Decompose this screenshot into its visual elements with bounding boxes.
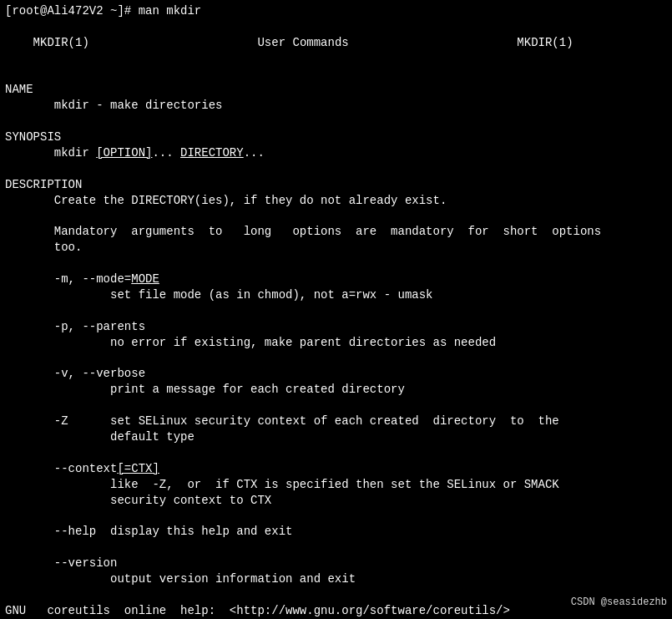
blank1 (5, 67, 667, 83)
terminal-window: [root@Ali472V2 ~]# man mkdir MKDIR(1) Us… (5, 3, 667, 616)
header-left: MKDIR(1) (33, 36, 89, 49)
name-section-header: NAME (5, 82, 667, 98)
synopsis-section-header: SYNOPSIS (5, 129, 667, 145)
synopsis-content: mkdir [OPTION]... DIRECTORY... (5, 145, 667, 161)
opt-context-header: --context[=CTX] (5, 461, 667, 477)
header-right-spacer (349, 36, 518, 49)
opt-v-desc: print a message for each created directo… (5, 382, 667, 398)
blank10 (5, 509, 667, 525)
blank12 (5, 587, 667, 603)
opt-context-desc2: security context to CTX (5, 493, 667, 509)
opt-help: --help display this help and exit (5, 524, 667, 540)
opt-version-desc: output version information and exit (5, 571, 667, 587)
opt-m-header: -m, --mode=MODE (5, 271, 667, 287)
desc-mandatory2: too. (5, 240, 667, 256)
desc-mandatory1: Mandatory arguments to long options are … (5, 224, 667, 240)
blank11 (5, 540, 667, 556)
opt-p-desc: no error if existing, make parent direct… (5, 335, 667, 351)
header-right: MKDIR(1) (517, 36, 573, 49)
opt-z-header: -Z set SELinux security context of each … (5, 414, 667, 429)
opt-z-desc: default type (5, 429, 667, 445)
blank8 (5, 398, 667, 414)
desc-line1: Create the DIRECTORY(ies), if they do no… (5, 193, 667, 209)
header-center-spacer (89, 36, 258, 49)
blank9 (5, 445, 667, 461)
blank6 (5, 303, 667, 319)
opt-v-header: -v, --verbose (5, 366, 667, 382)
blank5 (5, 256, 667, 271)
man-header: MKDIR(1) User Commands MKDIR(1) (5, 19, 667, 67)
opt-p-header: -p, --parents (5, 319, 667, 335)
blank2 (5, 114, 667, 129)
blank7 (5, 351, 667, 367)
blank3 (5, 161, 667, 177)
opt-version-header: --version (5, 556, 667, 571)
prompt-line: [root@Ali472V2 ~]# man mkdir (5, 3, 667, 19)
header-center: User Commands (257, 36, 348, 49)
opt-m-desc: set file mode (as in chmod), not a=rwx -… (5, 287, 667, 303)
opt-context-desc1: like -Z, or if CTX is specified then set… (5, 477, 667, 493)
blank4 (5, 209, 667, 225)
description-section-header: DESCRIPTION (5, 177, 667, 193)
name-content: mkdir - make directories (5, 98, 667, 114)
watermark: CSDN @seasidezhb (571, 596, 667, 609)
gnu-line: GNU coreutils online help: <http://www.g… (5, 603, 667, 619)
